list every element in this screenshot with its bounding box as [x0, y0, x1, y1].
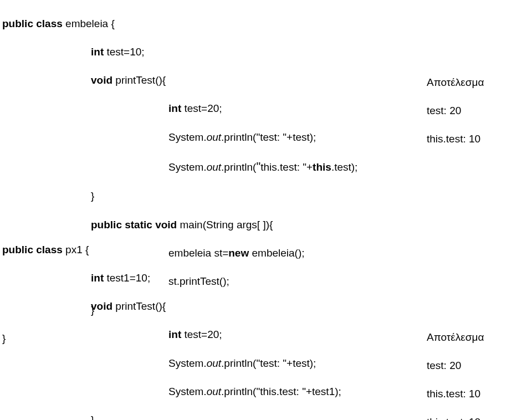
stmt: .test); — [331, 161, 358, 173]
stmt: System. — [168, 386, 207, 397]
kw-int: int — [168, 329, 181, 340]
kw-public-class: public class — [2, 18, 63, 29]
class-name: px1 { — [63, 244, 89, 255]
stmt: .println( — [221, 161, 256, 173]
result-block-2: Αποτέλεσμα test: 20 this.test: 10 this.t… — [427, 316, 484, 420]
out: out — [207, 386, 221, 397]
result-line: test: 20 — [427, 358, 484, 373]
stmt: System. — [168, 131, 207, 143]
result-title: Αποτέλεσμα — [427, 75, 484, 90]
result-line: test: 20 — [427, 104, 484, 118]
kw-int: int — [91, 272, 104, 284]
class-name: embeleia { — [63, 18, 115, 29]
kw-this: this — [313, 161, 331, 173]
kw-public-class: public class — [2, 244, 63, 255]
result-line: this.test: 10 — [427, 132, 484, 146]
method-sig: printTest(){ — [112, 74, 166, 86]
result-title: Αποτέλεσμα — [427, 330, 484, 345]
kw-void: void — [91, 74, 112, 86]
decl: test1=10; — [104, 272, 150, 284]
decl: test=10; — [104, 46, 144, 58]
stmt: System. — [168, 357, 207, 369]
code-block-2: public class px1 { int test1=10; void pr… — [2, 228, 350, 420]
decl: test=20; — [181, 329, 222, 340]
stmt: .println("this.test: "+test1); — [221, 386, 341, 397]
method-sig: printTest(){ — [112, 300, 166, 312]
out: out — [207, 161, 221, 173]
out: out — [207, 357, 221, 369]
brace: } — [91, 414, 94, 420]
stmt: this.test: "+ — [260, 161, 313, 173]
brace: } — [91, 190, 94, 202]
result-line: this.test: 10 — [427, 387, 484, 401]
result-block-1: Αποτέλεσμα test: 20 this.test: 10 — [427, 61, 484, 160]
stmt: .println("test: "+test); — [221, 357, 316, 369]
kw-void: void — [91, 300, 112, 312]
stmt: .println("test: "+test); — [221, 131, 316, 143]
kw-int: int — [91, 46, 104, 58]
kw-int: int — [168, 103, 181, 114]
out: out — [207, 131, 221, 143]
decl: test=20; — [181, 103, 222, 114]
stmt: System. — [168, 161, 207, 173]
result-line: this.test: 10 — [427, 415, 484, 420]
